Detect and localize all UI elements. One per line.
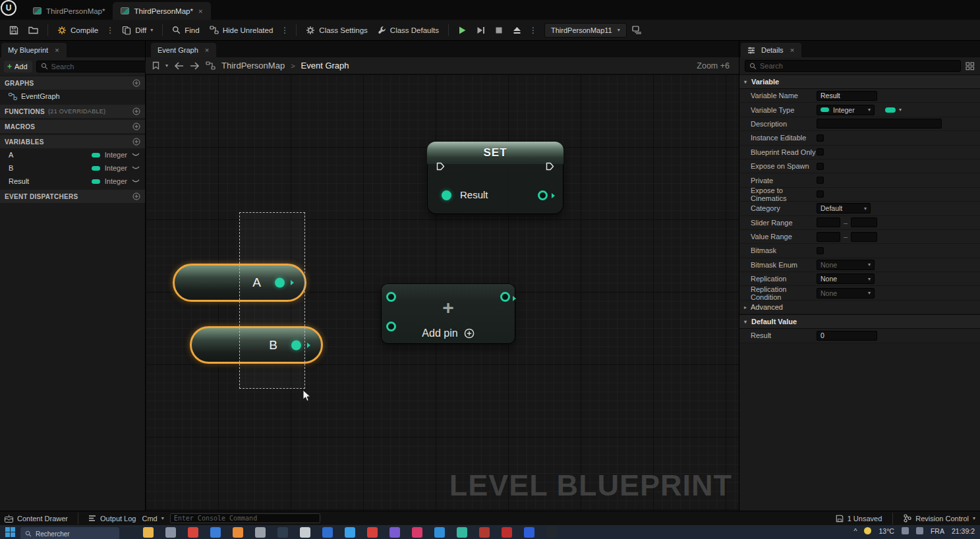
eye-closed-icon[interactable] [132,165,140,171]
taskbar-app-icon[interactable] [524,527,534,538]
section-graphs[interactable]: GRAPHS [0,76,145,90]
taskbar-app-icon[interactable] [210,527,221,538]
blueprint-read-only-checkbox[interactable] [817,148,824,156]
taskbar-app-icon[interactable] [546,527,557,538]
taskbar-app-icon[interactable] [188,527,198,538]
content-drawer-button[interactable]: Content Drawer [5,515,68,523]
eye-closed-icon[interactable] [132,152,140,157]
chevron-down-icon[interactable]: ▾ [165,63,168,69]
levels-button[interactable] [627,22,647,38]
taskbar-app-icon[interactable] [300,527,310,538]
compile-options-kebab-icon[interactable]: ⋮ [103,26,117,35]
close-icon[interactable]: × [54,46,59,54]
taskbar-app-icon[interactable] [322,527,333,538]
slider-range-min-input[interactable] [817,217,840,227]
search-input[interactable] [760,62,956,70]
taskbar-app-icon[interactable] [502,527,512,538]
find-button[interactable]: Find [167,22,204,38]
compile-button[interactable]: Compile [53,22,103,38]
section-variable[interactable]: ▾ Variable [739,74,980,89]
diff-button[interactable]: Diff ▾ [117,22,158,38]
taskbar-app-icon[interactable] [233,527,243,538]
tree-item-eventgraph[interactable]: EventGraph [0,90,145,103]
taskbar-app-icon[interactable] [479,527,490,538]
exec-output-pin[interactable] [545,161,555,173]
variable-row-result[interactable]: Result Integer [0,175,145,188]
taskbar-app-icon[interactable] [345,527,355,538]
bitmask-checkbox[interactable] [817,247,824,254]
language-indicator[interactable]: FRA [931,527,944,535]
temperature-label[interactable]: 13°C [879,527,894,535]
private-checkbox[interactable] [817,177,824,184]
add-pin-button[interactable]: Add pin [381,327,515,339]
taskbar-app-icon[interactable] [165,527,176,538]
console-command-input[interactable] [170,513,320,523]
add-node[interactable]: + Add pin [381,283,515,344]
forward-arrow-icon[interactable] [190,62,200,70]
taskbar-app-icon[interactable] [412,527,422,538]
taskbar-app-icon[interactable] [277,527,288,538]
close-icon[interactable]: × [790,46,795,54]
set-result-node[interactable]: SET Result [427,142,563,214]
close-icon[interactable]: × [198,7,203,15]
variable-type-dropdown[interactable]: Integer ▾ [817,105,875,115]
category-dropdown[interactable]: Default ▾ [817,203,871,213]
unsaved-button[interactable]: 1 Unsaved [836,515,882,523]
description-input[interactable] [817,119,942,128]
display-options-grid-icon[interactable] [966,62,975,71]
back-arrow-icon[interactable] [174,62,184,70]
section-functions[interactable]: FUNCTIONS (21 OVERRIDABLE) [0,105,145,118]
taskbar-search[interactable]: Rechercher [20,527,119,539]
add-event-dispatcher-button[interactable] [132,192,140,200]
instance-editable-checkbox[interactable] [817,134,824,142]
tray-expand-icon[interactable]: ^ [854,527,857,535]
browse-button[interactable] [24,22,43,38]
taskbar-app-icon[interactable] [143,527,154,538]
section-macros[interactable]: MACROS [0,120,145,133]
add-variable-button[interactable] [132,138,140,146]
taskbar-app-icon[interactable] [434,527,445,538]
tab-details[interactable]: Details × [741,43,801,57]
section-event-dispatchers[interactable]: EVENT DISPATCHERS [0,190,145,203]
section-default-value[interactable]: ▾ Default Value [739,314,980,329]
value-range-max-input[interactable] [851,232,877,242]
hide-unrelated-button[interactable]: Hide Unrelated [205,22,278,38]
taskbar-app-icon[interactable] [457,527,467,538]
taskbar-app-icon[interactable] [367,527,378,538]
replication-dropdown[interactable]: None ▾ [817,273,875,284]
breadcrumb-root[interactable]: ThirdPersonMap [221,61,285,71]
play-target-dropdown[interactable]: ThirdPersonMap11 ▾ [544,23,627,38]
close-icon[interactable]: × [204,46,210,54]
event-graph-canvas[interactable]: LEVEL BLUEPRINT SET Result [146,74,739,511]
save-button[interactable] [5,22,23,38]
cmd-dropdown[interactable]: Cmd ▾ [142,515,163,523]
expose-on-spawn-checkbox[interactable] [817,163,824,170]
asset-tab-2[interactable]: ThirdPersonMap* × [113,2,211,20]
exec-input-pin[interactable] [436,161,446,173]
bitmask-enum-dropdown[interactable]: None ▾ [817,260,875,270]
eye-closed-icon[interactable] [132,179,140,184]
slider-range-max-input[interactable] [851,217,877,227]
add-button[interactable]: + Add [4,61,32,72]
search-input[interactable] [51,63,145,71]
taskbar-app-icon[interactable] [389,527,400,538]
breadcrumb-current[interactable]: Event Graph [301,61,349,71]
value-range-min-input[interactable] [817,232,840,242]
variable-row-b[interactable]: B Integer [0,161,145,175]
play-options-kebab-icon[interactable]: ⋮ [527,26,540,35]
revision-control-button[interactable]: Revision Control ▾ [904,514,975,523]
frame-skip-button[interactable] [472,22,490,38]
asset-tab-1[interactable]: ThirdPersonMap* [25,2,113,20]
replication-condition-dropdown[interactable]: None ▾ [817,288,875,298]
add-graph-button[interactable] [132,79,140,87]
windows-start-icon[interactable] [5,527,15,537]
network-icon[interactable] [902,527,909,534]
row-advanced[interactable]: ▸ Advanced [739,300,980,314]
variable-row-a[interactable]: A Integer [0,148,145,161]
add-function-button[interactable] [132,107,140,115]
volume-icon[interactable] [916,527,923,534]
add-macro-button[interactable] [132,123,140,130]
stop-button[interactable] [490,23,507,38]
expose-to-cinematics-checkbox[interactable] [817,190,824,198]
result-output-pin[interactable] [538,190,548,200]
